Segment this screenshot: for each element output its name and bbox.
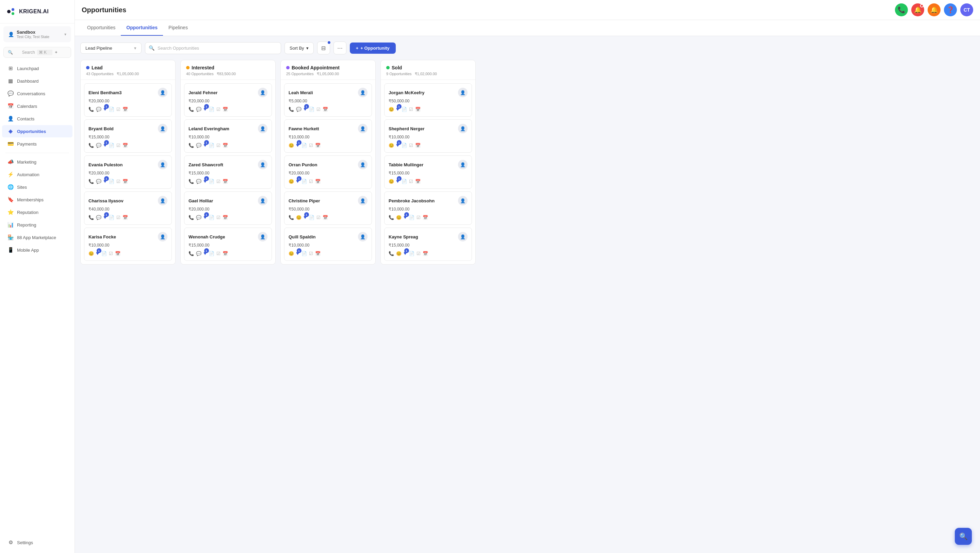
sidebar-item-contacts[interactable]: 👤 Contacts — [2, 113, 73, 125]
col-cards-booked: Leah Merali 👤 ₹5,000.00 📞 💬 ♥ 1 📄 — [281, 80, 375, 264]
phone-icon: 📞 — [288, 215, 294, 220]
contacts-icon: 👤 — [8, 116, 14, 122]
add-label: + Opportunity — [360, 46, 390, 51]
search-opportunities-input[interactable] — [145, 42, 281, 54]
sidebar-item-launchpad[interactable]: ⊞ Launchpad — [2, 62, 73, 75]
dashboard-icon: ▦ — [8, 78, 14, 84]
card-zared-shawcroft[interactable]: Zared Shawcroft 👤 ₹15,000.00 📞 💬 ♥ 1 📄 — [184, 156, 272, 189]
doc-icon: 📄 — [109, 215, 115, 220]
sidebar-item-automation[interactable]: ⚡ Automation — [2, 168, 73, 181]
sidebar-item-label: Calendars — [17, 104, 37, 109]
card-evania-puleston[interactable]: Evania Puleston 👤 ₹20,000.00 📞 💬 ♥ 1 📄 — [84, 156, 172, 189]
card-name: Bryant Bold — [89, 126, 114, 131]
doc-icon: 📄 — [409, 215, 414, 220]
card-bryant-bold[interactable]: Bryant Bold 👤 ₹15,000.00 📞 💬 ♥ 1 📄 — [84, 119, 172, 153]
heart-badge: ♥ 1 — [296, 142, 299, 148]
floating-search-button[interactable]: 🔍 — [955, 528, 972, 545]
page-title: Opportunities — [82, 6, 126, 14]
tab-opportunities[interactable]: Opportunities — [121, 20, 163, 36]
card-leah-merali[interactable]: Leah Merali 👤 ₹5,000.00 📞 💬 ♥ 1 📄 — [284, 83, 372, 117]
doc-icon: 📄 — [301, 251, 307, 256]
card-name: Quill Spaldin — [288, 234, 315, 240]
card-kayne-spreag[interactable]: Kayne Spreag 👤 ₹15,000.00 📞 😊 ♥ 1 📄 — [384, 227, 472, 261]
calendar-icon: 📅 — [223, 107, 228, 112]
heart-badge: ♥ 1 — [204, 250, 207, 256]
card-shepherd-nerger[interactable]: Shepherd Nerger 👤 ₹10,000.00 😊 ♥ 1 📄 ☑ — [384, 119, 472, 153]
card-tabbie-mullinger[interactable]: Tabbie Mullinger 👤 ₹15,000.00 😊 ♥ 1 📄 ☑ — [384, 156, 472, 189]
alert-button[interactable]: 🔔 — [928, 3, 940, 16]
sidebar-item-label: Payments — [17, 141, 37, 146]
emoji-icon: 😊 — [388, 179, 394, 184]
search-icon: 🔍 — [8, 50, 20, 55]
pipeline-selector[interactable]: Lead Pipeline ▾ — [80, 43, 142, 54]
sidebar-item-payments[interactable]: 💳 Payments — [2, 138, 73, 150]
col-dot-lead — [86, 66, 89, 69]
card-jorgan-mckeefry[interactable]: Jorgan McKeefry 👤 ₹50,000.00 😊 ♥ 1 📄 ☑ — [384, 83, 472, 117]
phone-icon: 📞 — [388, 215, 394, 220]
card-amount: ₹10,000.00 — [189, 135, 267, 140]
card-jerald-fehner[interactable]: Jerald Fehner 👤 ₹20,000.00 📞 💬 ♥ 1 📄 — [184, 83, 272, 117]
heart-badge: ♥ 1 — [103, 106, 107, 112]
sidebar-item-label: Memberships — [17, 197, 43, 202]
card-leland-everingham[interactable]: Leland Everingham 👤 ₹10,000.00 📞 💬 ♥ 1 📄 — [184, 119, 272, 153]
sidebar-item-opportunities[interactable]: ◈ Opportunities — [2, 125, 73, 137]
card-amount: ₹50,000.00 — [288, 207, 368, 211]
card-name: Charissa Ilyasov — [89, 198, 124, 203]
more-options-button[interactable]: ⋯ — [334, 41, 347, 54]
heart-badge: ♥ 1 — [103, 178, 107, 184]
help-button[interactable]: ❓ — [944, 3, 957, 16]
sidebar-item-reporting[interactable]: 📊 Reporting — [2, 219, 73, 231]
calendar-icon: 📅 — [415, 107, 421, 112]
calendar-icon: 📅 — [123, 107, 128, 112]
card-christine-piper[interactable]: Christine Piper 👤 ₹50,000.00 📞 😊 ♥ 1 📄 — [284, 191, 372, 225]
sidebar-item-dashboard[interactable]: ▦ Dashboard — [2, 75, 73, 87]
card-name: Christine Piper — [288, 198, 320, 203]
card-pembroke-jacobsohn[interactable]: Pembroke Jacobsohn 👤 ₹10,000.00 📞 😊 ♥ 1 … — [384, 191, 472, 225]
card-eleni-bentham3[interactable]: Eleni Bentham3 👤 ₹20,000.00 📞 💬 ♥ 1 📄 — [84, 83, 172, 117]
col-cards-sold: Jorgan McKeefry 👤 ₹50,000.00 😊 ♥ 1 📄 ☑ — [381, 80, 476, 264]
calendar-icon: 📅 — [415, 179, 421, 184]
card-fawne-hurkett[interactable]: Fawne Hurkett 👤 ₹10,000.00 😊 ♥ 1 📄 ☑ — [284, 119, 372, 153]
add-opportunity-button[interactable]: + + Opportunity — [350, 43, 396, 54]
phone-button[interactable]: 📞 — [895, 3, 908, 16]
sidebar-item-settings[interactable]: ⚙ Settings — [2, 536, 73, 548]
notification-button[interactable]: 🔔 — [911, 3, 924, 16]
sidebar-item-marketing[interactable]: 📣 Marketing — [2, 156, 73, 168]
card-wenonah-crudge[interactable]: Wenonah Crudge 👤 ₹15,000.00 📞 💬 ♥ 1 📄 — [184, 227, 272, 261]
global-search[interactable]: 🔍 Search ⌘ K ✦ — [3, 47, 71, 58]
sidebar-item-calendars[interactable]: 📅 Calendars — [2, 100, 73, 112]
card-karisa-focke[interactable]: Karisa Focke 👤 ₹10,000.00 😊 ♥ 1 📄 ☑ — [84, 227, 172, 261]
account-selector[interactable]: 👤 Sandbox Test City, Test State ▾ — [3, 26, 71, 42]
notification-dot — [920, 4, 924, 8]
sidebar-item-memberships[interactable]: 🔖 Memberships — [2, 194, 73, 206]
sidebar-item-conversations[interactable]: 💬 Conversations — [2, 87, 73, 100]
card-quill-spaldin[interactable]: Quill Spaldin 👤 ₹10,000.00 😊 ♥ 1 📄 ☑ — [284, 227, 372, 261]
topbar: Opportunities 📞 🔔 🔔 ❓ CT — [75, 0, 980, 20]
svg-point-2 — [11, 12, 14, 15]
sidebar-item-sites[interactable]: 🌐 Sites — [2, 181, 73, 193]
user-avatar[interactable]: CT — [960, 3, 973, 16]
tab-opportunities-header[interactable]: Opportunities — [82, 20, 121, 36]
col-title-booked: Booked Appointment — [292, 65, 340, 70]
col-title-lead: Lead — [92, 65, 103, 70]
card-amount: ₹10,000.00 — [89, 243, 167, 248]
sidebar-item-reputation[interactable]: ⭐ Reputation — [2, 206, 73, 218]
search-shortcut: ⌘ K — [37, 50, 53, 55]
card-amount: ₹10,000.00 — [288, 135, 368, 140]
card-avatar: 👤 — [158, 160, 167, 169]
sort-by-button[interactable]: Sort By ▾ — [285, 42, 314, 54]
emoji-icon: 😊 — [388, 107, 394, 112]
card-gael-holliar[interactable]: Gael Holliar 👤 ₹20,000.00 📞 💬 ♥ 1 📄 — [184, 191, 272, 225]
emoji-icon: 😊 — [288, 143, 294, 148]
card-charissa-ilyasov[interactable]: Charissa Ilyasov 👤 ₹40,000.00 📞 💬 ♥ 1 📄 — [84, 191, 172, 225]
doc-icon: 📄 — [209, 179, 215, 184]
sidebar-item-mobile-app[interactable]: 📱 Mobile App — [2, 244, 73, 256]
tab-pipelines[interactable]: Pipelines — [163, 20, 193, 36]
card-orran-purdon[interactable]: Orran Purdon 👤 ₹20,000.00 😊 ♥ 1 📄 ☑ — [284, 156, 372, 189]
badge-count: 1 — [204, 104, 209, 109]
sidebar-item-app-marketplace[interactable]: 🏪 88 App Marketplace — [2, 231, 73, 243]
column-sold: Sold 9 Opportunities ₹1,02,000.00 Jorgan… — [380, 60, 476, 265]
card-avatar: 👤 — [258, 88, 267, 97]
filter-button[interactable]: ⊟ — [317, 41, 330, 54]
col-meta-sold: 9 Opportunities ₹1,02,000.00 — [386, 72, 470, 76]
